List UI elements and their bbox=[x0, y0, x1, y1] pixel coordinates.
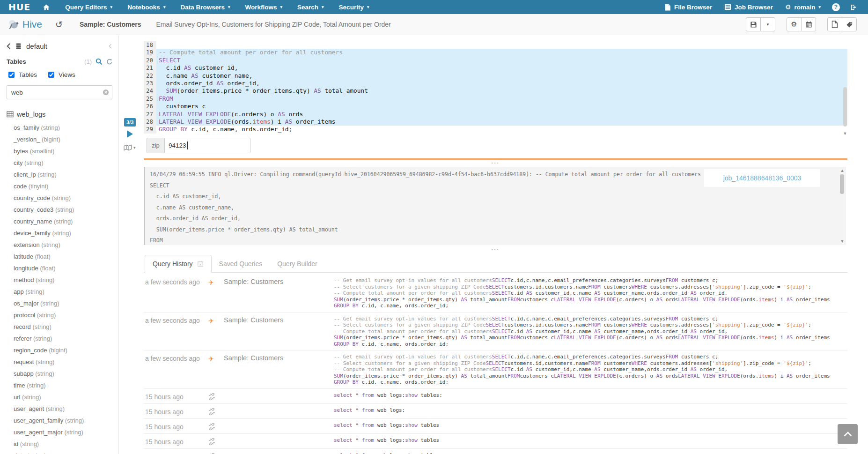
editor-line[interactable]: 26 customers c bbox=[144, 103, 847, 110]
editor-line[interactable]: 18 bbox=[144, 41, 847, 49]
table-search-input[interactable] bbox=[7, 85, 112, 99]
column-item[interactable]: protocol (string) bbox=[7, 309, 113, 321]
editor-line[interactable]: 25FROM bbox=[144, 95, 847, 103]
column-item[interactable]: time (string) bbox=[7, 380, 113, 391]
file-browser-link[interactable]: File Browser bbox=[659, 0, 718, 14]
column-item[interactable]: user_agent_family (string) bbox=[7, 415, 113, 426]
column-item[interactable]: country_name (string) bbox=[7, 216, 113, 227]
editor-line[interactable]: 24 SUM(order_items.price * order_items.q… bbox=[144, 87, 847, 95]
schedule-button[interactable] bbox=[801, 17, 816, 31]
history-row[interactable]: 15 hours agoselect * from web_logs;show … bbox=[144, 389, 847, 404]
column-item[interactable]: region_code (bigint) bbox=[7, 344, 113, 356]
history-row[interactable]: 15 hours agoselect * from web_logs; bbox=[144, 404, 847, 419]
editor-options-control[interactable]: ▾ bbox=[124, 144, 136, 151]
back-chevron-icon[interactable] bbox=[7, 43, 11, 49]
execute-query-button[interactable] bbox=[127, 130, 133, 138]
scroll-down-icon[interactable]: ▼ bbox=[842, 132, 848, 136]
history-row[interactable]: 15 hours agoselect * from web_logs;show … bbox=[144, 449, 847, 454]
sql-code-editor[interactable]: 1819-- Compute total amount per order fo… bbox=[144, 41, 847, 134]
user-menu[interactable]: ⚙ romain ▾ bbox=[779, 0, 827, 14]
editor-line[interactable]: 21 c.id AS customer_id, bbox=[144, 64, 847, 72]
scroll-down-icon[interactable]: ▼ bbox=[839, 239, 845, 244]
column-item[interactable]: request (string) bbox=[7, 356, 113, 368]
column-item[interactable]: record (string) bbox=[7, 321, 113, 333]
filter-tables-toggle[interactable]: Tables bbox=[7, 70, 37, 79]
column-item[interactable]: url (string) bbox=[7, 391, 113, 403]
collapse-panel-icon[interactable] bbox=[109, 44, 112, 49]
help-button[interactable]: ? bbox=[827, 0, 845, 14]
column-item[interactable]: subapp (string) bbox=[7, 368, 113, 380]
editor-scrollbar[interactable]: ▼ bbox=[842, 41, 848, 135]
column-item[interactable]: id (string) bbox=[7, 438, 113, 450]
views-checkbox[interactable] bbox=[48, 72, 54, 78]
column-item[interactable]: app (string) bbox=[7, 286, 113, 298]
log-scrollbar-thumb[interactable] bbox=[840, 174, 844, 194]
column-item[interactable]: bytes (smallint) bbox=[7, 145, 113, 157]
history-row[interactable]: 15 hours agoselect * from web_logs;show … bbox=[144, 434, 847, 449]
column-item[interactable]: _version_ (bigint) bbox=[7, 134, 113, 145]
save-dropdown-button[interactable]: ▾ bbox=[760, 17, 775, 31]
job-browser-link[interactable]: Job Browser bbox=[718, 0, 779, 14]
variable-value-input[interactable] bbox=[165, 138, 250, 153]
editor-line[interactable]: 28LATERAL VIEW EXPLODE(ords.items) i AS … bbox=[144, 118, 847, 126]
menu-data-browsers[interactable]: Data Browsers▾ bbox=[173, 0, 237, 14]
new-query-button[interactable] bbox=[827, 17, 842, 31]
app-name[interactable]: Hive bbox=[22, 19, 42, 30]
log-resize-handle[interactable] bbox=[144, 161, 847, 165]
database-name[interactable]: default bbox=[26, 42, 47, 50]
column-item[interactable]: latitude (float) bbox=[7, 251, 113, 262]
editor-line[interactable]: 19-- Compute total amount per order for … bbox=[144, 49, 847, 56]
column-item[interactable]: country_code3 (string) bbox=[7, 204, 113, 216]
refresh-icon[interactable] bbox=[106, 59, 113, 65]
column-item[interactable]: os_major (string) bbox=[7, 298, 113, 309]
editor-line[interactable]: 23 ords.order_id AS order_id, bbox=[144, 80, 847, 87]
editor-line[interactable]: 27LATERAL VIEW EXPLODE(c.orders) o AS or… bbox=[144, 111, 847, 118]
column-item[interactable]: client_ip (string) bbox=[7, 169, 113, 180]
column-item[interactable]: extension (string) bbox=[7, 239, 113, 251]
menu-security[interactable]: Security▾ bbox=[331, 0, 377, 14]
hue-logo[interactable]: HUE bbox=[8, 2, 30, 12]
save-button[interactable] bbox=[746, 17, 761, 31]
table-item-web-logs[interactable]: web_logs bbox=[7, 111, 113, 118]
history-resize-handle[interactable] bbox=[144, 247, 847, 252]
column-item[interactable]: referer (string) bbox=[7, 333, 113, 344]
menu-notebooks[interactable]: Notebooks▾ bbox=[120, 0, 173, 14]
tags-button[interactable] bbox=[842, 17, 857, 31]
log-scrollbar[interactable]: ▲ ▼ bbox=[839, 169, 845, 244]
menu-workflows[interactable]: Workflows▾ bbox=[238, 0, 290, 14]
column-item[interactable]: user_agent (string) bbox=[7, 403, 113, 415]
history-row[interactable]: a few seconds ago✈Sample: Customers-- Ge… bbox=[144, 313, 847, 351]
clear-history-icon[interactable] bbox=[197, 260, 204, 267]
history-row[interactable]: a few seconds ago✈Sample: Customers-- Ge… bbox=[144, 350, 847, 389]
clear-search-icon[interactable] bbox=[103, 89, 109, 96]
editor-line[interactable]: 20SELECT bbox=[144, 57, 847, 64]
history-row[interactable]: 15 hours agoselect * from web_logs;show … bbox=[144, 419, 847, 434]
column-item[interactable]: code (tinyint) bbox=[7, 180, 113, 192]
editor-scrollbar-thumb[interactable] bbox=[843, 87, 847, 127]
history-icon[interactable]: ↺ bbox=[55, 19, 63, 30]
tab-saved-queries[interactable]: Saved Queries bbox=[212, 255, 270, 273]
column-item[interactable]: method (string) bbox=[7, 274, 113, 286]
home-button[interactable] bbox=[35, 4, 58, 11]
column-item[interactable]: device_family (string) bbox=[7, 227, 113, 239]
column-item[interactable]: country_code (string) bbox=[7, 192, 113, 204]
scroll-up-icon[interactable]: ▲ bbox=[839, 169, 845, 173]
column-item[interactable]: city (string) bbox=[7, 157, 113, 169]
tab-query-history[interactable]: Query History bbox=[145, 255, 212, 273]
scroll-to-top-button[interactable] bbox=[838, 424, 858, 444]
editor-line[interactable]: 22 c.name AS customer_name, bbox=[144, 72, 847, 80]
logout-button[interactable] bbox=[845, 0, 862, 14]
tables-checkbox[interactable] bbox=[8, 72, 15, 78]
column-item[interactable]: user_agent_major (string) bbox=[7, 426, 113, 438]
settings-button[interactable]: ⚙ bbox=[787, 17, 802, 31]
search-icon[interactable] bbox=[96, 58, 103, 65]
filter-views-toggle[interactable]: Views bbox=[46, 70, 75, 79]
menu-query-editors[interactable]: Query Editors▾ bbox=[58, 0, 120, 14]
job-link[interactable]: job_1461888648136_0003 bbox=[723, 174, 802, 182]
menu-search[interactable]: Search▾ bbox=[290, 0, 331, 14]
history-row[interactable]: a few seconds ago✈Sample: Customers-- Ge… bbox=[144, 274, 847, 313]
editor-line[interactable]: 29GROUP BY c.id, c.name, ords.order_id; bbox=[144, 126, 847, 133]
column-item[interactable]: longitude (float) bbox=[7, 262, 113, 274]
tab-query-builder[interactable]: Query Builder bbox=[270, 255, 325, 273]
column-item[interactable]: date (string) bbox=[7, 450, 113, 454]
